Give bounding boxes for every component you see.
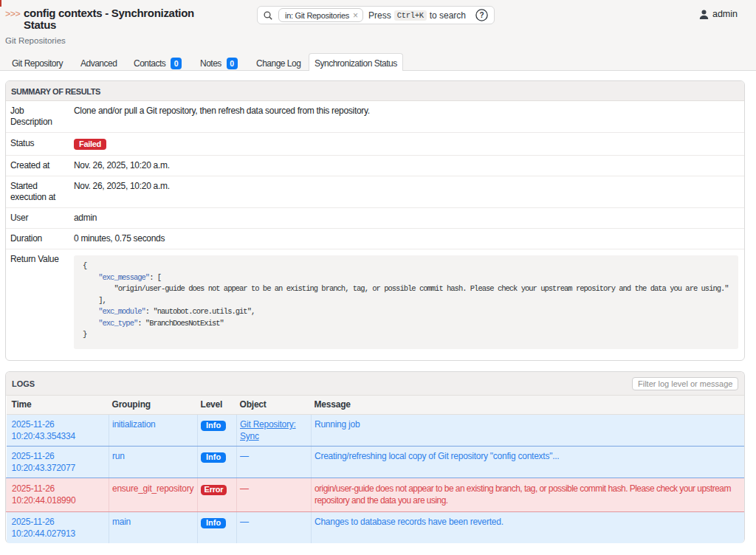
svg-text:?: ? — [479, 11, 484, 19]
